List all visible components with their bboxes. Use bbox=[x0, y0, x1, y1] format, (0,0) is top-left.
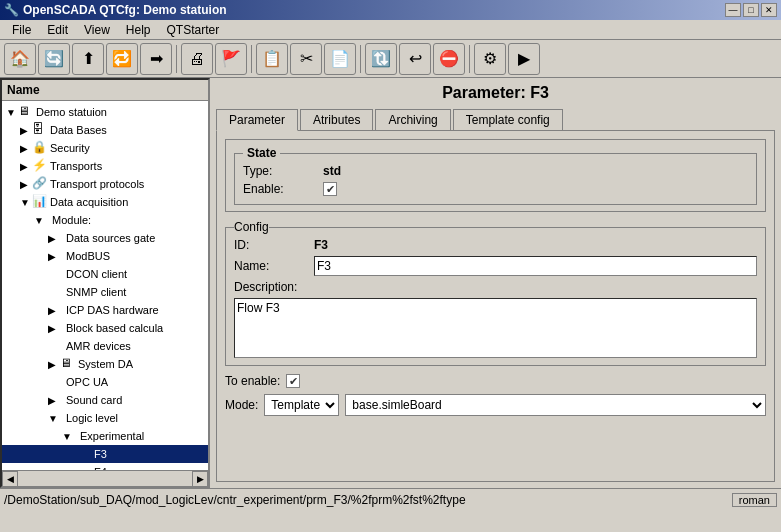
toolbar-paste-button[interactable]: 📄 bbox=[324, 43, 356, 75]
tree-item-databases[interactable]: ▶🗄Data Bases bbox=[2, 121, 208, 139]
tree-toggle-transport-proto[interactable]: ▶ bbox=[20, 179, 32, 190]
tree-toggle-databases[interactable]: ▶ bbox=[20, 125, 32, 136]
state-legend: State bbox=[243, 146, 280, 160]
statusbar-user: roman bbox=[732, 493, 777, 507]
tree-toggle-block[interactable]: ▶ bbox=[48, 323, 60, 334]
tree-item-data-sources[interactable]: ▶Data sources gate bbox=[2, 229, 208, 247]
tab-atributes[interactable]: Atributes bbox=[300, 109, 373, 131]
menu-edit[interactable]: Edit bbox=[39, 21, 76, 39]
window-controls: — □ ✕ bbox=[725, 3, 777, 17]
toolbar-stop-button[interactable]: ⛔ bbox=[433, 43, 465, 75]
tree-item-demo[interactable]: ▼🖥Demo statuion bbox=[2, 103, 208, 121]
sidebar: Name ▼🖥Demo statuion▶🗄Data Bases▶🔒Securi… bbox=[0, 78, 210, 488]
enable-checkbox[interactable]: ✔ bbox=[323, 182, 337, 196]
tab-parameter[interactable]: Parameter bbox=[216, 109, 298, 131]
desc-label: Description: bbox=[234, 280, 314, 294]
sidebar-hscroll[interactable]: ◀ ▶ bbox=[2, 470, 208, 486]
tree-icon-opc-ua bbox=[60, 374, 64, 390]
tree-label-transport-proto: Transport protocols bbox=[50, 178, 144, 190]
tree-toggle-data-sources[interactable]: ▶ bbox=[48, 233, 60, 244]
tree-toggle-system-da[interactable]: ▶ bbox=[48, 359, 60, 370]
tree-item-f4[interactable]: F4 bbox=[2, 463, 208, 470]
maximize-button[interactable]: □ bbox=[743, 3, 759, 17]
mode-container: To enable: ✔ bbox=[225, 374, 766, 388]
tree-item-block[interactable]: ▶Block based calcula bbox=[2, 319, 208, 337]
tree-toggle-modbus[interactable]: ▶ bbox=[48, 251, 60, 262]
menu-help[interactable]: Help bbox=[118, 21, 159, 39]
tree-spacer-dcon bbox=[48, 269, 60, 280]
toolbar-home-button[interactable]: 🏠 bbox=[4, 43, 36, 75]
tree-item-amr[interactable]: AMR devices bbox=[2, 337, 208, 355]
toolbar: 🏠 🔄 ⬆ 🔁 ➡ 🖨 🚩 📋 ✂ 📄 🔃 ↩ ⛔ ⚙ ▶ bbox=[0, 40, 781, 78]
tree-toggle-sound-card[interactable]: ▶ bbox=[48, 395, 60, 406]
tree-item-opc-ua[interactable]: OPC UA bbox=[2, 373, 208, 391]
mode-select-wide[interactable]: base.simleBoard bbox=[345, 394, 766, 416]
toolbar-settings-button[interactable]: ⚙ bbox=[474, 43, 506, 75]
close-button[interactable]: ✕ bbox=[761, 3, 777, 17]
tree-item-system-da[interactable]: ▶🖥System DA bbox=[2, 355, 208, 373]
minimize-button[interactable]: — bbox=[725, 3, 741, 17]
tab-archiving[interactable]: Archiving bbox=[375, 109, 450, 131]
tree-toggle-icp[interactable]: ▶ bbox=[48, 305, 60, 316]
toolbar-run-button[interactable]: ▶ bbox=[508, 43, 540, 75]
tree-item-transport-proto[interactable]: ▶🔗Transport protocols bbox=[2, 175, 208, 193]
tree-item-security[interactable]: ▶🔒Security bbox=[2, 139, 208, 157]
tree-toggle-transports[interactable]: ▶ bbox=[20, 161, 32, 172]
tree-item-logic-level[interactable]: ▼Logic level bbox=[2, 409, 208, 427]
menu-qtstarter[interactable]: QTStarter bbox=[159, 21, 228, 39]
tree-spacer-opc-ua bbox=[48, 377, 60, 388]
tree-item-data-acq[interactable]: ▼📊Data acquisition bbox=[2, 193, 208, 211]
type-label: Type: bbox=[243, 164, 323, 178]
tree-toggle-experimental[interactable]: ▼ bbox=[62, 431, 74, 442]
toolbar-refresh-button[interactable]: 🔁 bbox=[106, 43, 138, 75]
tree-toggle-logic-level[interactable]: ▼ bbox=[48, 413, 60, 424]
toolbar-reload-button[interactable]: 🔄 bbox=[38, 43, 70, 75]
tree-label-module: Module: bbox=[52, 214, 91, 226]
toolbar-cut-button[interactable]: ✂ bbox=[290, 43, 322, 75]
tree-spacer-amr bbox=[48, 341, 60, 352]
tree-container[interactable]: ▼🖥Demo statuion▶🗄Data Bases▶🔒Security▶⚡T… bbox=[2, 101, 208, 470]
tree-toggle-demo[interactable]: ▼ bbox=[6, 107, 18, 118]
toolbar-copy-button[interactable]: 📋 bbox=[256, 43, 288, 75]
config-fieldset: Config ID: F3 Name: Description: Flow F3 bbox=[225, 220, 766, 366]
tree-item-sound-card[interactable]: ▶Sound card bbox=[2, 391, 208, 409]
toolbar-back-button[interactable]: ⬆ bbox=[72, 43, 104, 75]
tree-label-logic-level: Logic level bbox=[66, 412, 118, 424]
tree-toggle-security[interactable]: ▶ bbox=[20, 143, 32, 154]
tree-item-module[interactable]: ▼Module: bbox=[2, 211, 208, 229]
param-title: Parameter: F3 bbox=[216, 84, 775, 102]
app-icon: 🔧 bbox=[4, 3, 19, 17]
tree-item-icp[interactable]: ▶ICP DAS hardware bbox=[2, 301, 208, 319]
tab-template-config[interactable]: Template config bbox=[453, 109, 563, 131]
to-enable-checkbox[interactable]: ✔ bbox=[286, 374, 300, 388]
toolbar-forward-button[interactable]: ➡ bbox=[140, 43, 172, 75]
menu-file[interactable]: File bbox=[4, 21, 39, 39]
tree-item-f3[interactable]: F3 bbox=[2, 445, 208, 463]
toolbar-sync-button[interactable]: 🔃 bbox=[365, 43, 397, 75]
tree-toggle-module[interactable]: ▼ bbox=[34, 215, 46, 226]
tree-item-modbus[interactable]: ▶ModBUS bbox=[2, 247, 208, 265]
type-row: Type: std bbox=[243, 164, 748, 178]
menu-view[interactable]: View bbox=[76, 21, 118, 39]
tree-item-experimental[interactable]: ▼Experimental bbox=[2, 427, 208, 445]
name-input[interactable] bbox=[314, 256, 757, 276]
toolbar-separator-3 bbox=[360, 45, 361, 73]
tree-item-snmp[interactable]: SNMP client bbox=[2, 283, 208, 301]
tree-icon-sound-card bbox=[60, 392, 64, 408]
toolbar-print-button[interactable]: 🖨 bbox=[181, 43, 213, 75]
tree-item-dcon[interactable]: DCON client bbox=[2, 265, 208, 283]
titlebar: 🔧 OpenSCADA QTCfg: Demo statuion — □ ✕ bbox=[0, 0, 781, 20]
desc-textarea[interactable]: Flow F3 bbox=[234, 298, 757, 358]
tree-label-security: Security bbox=[50, 142, 90, 154]
tree-toggle-data-acq[interactable]: ▼ bbox=[20, 197, 32, 208]
toolbar-flag-button[interactable]: 🚩 bbox=[215, 43, 247, 75]
mode-select[interactable]: Template Simple Formula bbox=[264, 394, 339, 416]
tree-icon-amr bbox=[60, 338, 64, 354]
tree-icon-databases: 🗄 bbox=[32, 122, 48, 138]
hscroll-left[interactable]: ◀ bbox=[2, 471, 18, 487]
hscroll-right[interactable]: ▶ bbox=[192, 471, 208, 487]
toolbar-undo-button[interactable]: ↩ bbox=[399, 43, 431, 75]
tree-item-transports[interactable]: ▶⚡Transports bbox=[2, 157, 208, 175]
enable-row: Enable: ✔ bbox=[243, 182, 748, 196]
tree-label-system-da: System DA bbox=[78, 358, 133, 370]
